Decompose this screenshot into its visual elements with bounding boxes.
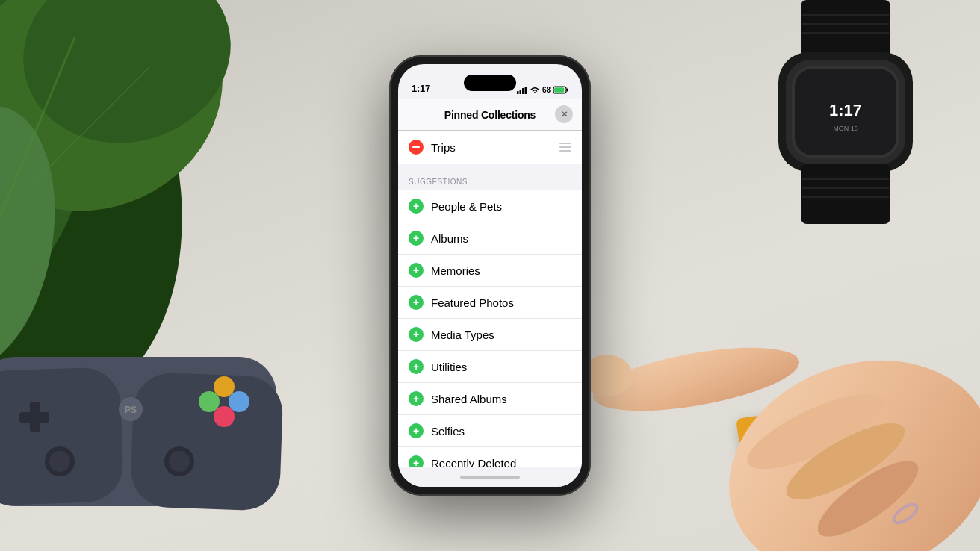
scroll-content[interactable]: Trips SUGGESTIONS People & Pets	[398, 131, 582, 467]
svg-point-11	[229, 391, 249, 412]
watch-decoration: 1:17 MON 15	[756, 0, 935, 224]
add-selfies-icon	[409, 423, 424, 438]
suggestion-recently-deleted[interactable]: Recently Deleted	[398, 447, 582, 467]
add-people-pets-icon	[409, 199, 424, 214]
svg-rect-22	[801, 0, 890, 60]
svg-rect-44	[519, 90, 521, 94]
status-time: 1:17	[412, 83, 430, 94]
suggestions-header: SUGGESTIONS	[398, 164, 582, 190]
suggestion-memories[interactable]: Memories	[398, 255, 582, 287]
svg-point-10	[214, 406, 235, 427]
hand-overlay	[562, 230, 980, 551]
trips-row[interactable]: Trips	[398, 131, 582, 164]
utilities-label: Utilities	[431, 361, 467, 373]
add-media-types-icon	[409, 327, 424, 342]
svg-point-12	[199, 391, 220, 412]
controller-decoration: PS	[0, 312, 291, 536]
modal-container: Pinned Collections ✕ Trips	[398, 99, 582, 487]
iphone-screen: 1:17 68	[398, 64, 582, 487]
svg-point-17	[49, 451, 70, 472]
dynamic-island	[464, 75, 516, 91]
add-shared-albums-icon	[409, 391, 424, 406]
add-albums-icon	[409, 231, 424, 246]
pinned-list: Trips	[398, 131, 582, 164]
trips-label: Trips	[431, 141, 559, 154]
battery-icon	[553, 86, 568, 94]
suggestion-selfies[interactable]: Selfies	[398, 415, 582, 447]
suggestion-people-pets[interactable]: People & Pets	[398, 190, 582, 222]
suggestion-featured-photos[interactable]: Featured Photos	[398, 287, 582, 319]
svg-rect-8	[0, 367, 124, 506]
svg-rect-46	[524, 87, 527, 94]
svg-point-13	[214, 376, 235, 397]
close-button[interactable]: ✕	[555, 105, 573, 123]
status-icons: 68	[517, 86, 568, 94]
home-indicator	[398, 467, 582, 487]
wifi-icon	[530, 87, 539, 94]
recently-deleted-label: Recently Deleted	[431, 457, 516, 468]
memories-label: Memories	[431, 264, 480, 277]
svg-text:MON 15: MON 15	[833, 125, 858, 132]
battery-percent: 68	[542, 86, 551, 94]
add-featured-photos-icon	[409, 295, 424, 310]
remove-trips-button[interactable]	[409, 140, 424, 155]
suggestion-albums[interactable]: Albums	[398, 222, 582, 255]
albums-label: Albums	[431, 232, 468, 245]
svg-rect-45	[522, 88, 524, 94]
svg-text:1:17: 1:17	[829, 101, 862, 119]
svg-point-19	[169, 451, 190, 472]
selfies-label: Selfies	[431, 425, 465, 438]
media-types-label: Media Types	[431, 329, 494, 341]
iphone-frame: 1:17 68	[389, 55, 591, 496]
svg-rect-43	[517, 91, 519, 94]
add-memories-icon	[409, 263, 424, 278]
signal-icon	[517, 87, 527, 94]
people-pets-label: People & Pets	[431, 200, 502, 213]
modal-header: Pinned Collections ✕	[398, 99, 582, 131]
drag-handle[interactable]	[559, 143, 571, 152]
suggestion-utilities[interactable]: Utilities	[398, 351, 582, 383]
svg-rect-15	[19, 412, 49, 423]
add-utilities-icon	[409, 359, 424, 374]
home-bar	[460, 476, 520, 479]
suggestion-list: People & Pets Albums Memories Featured P…	[398, 190, 582, 467]
add-recently-deleted-icon	[409, 455, 424, 467]
svg-text:PS: PS	[125, 405, 137, 415]
suggestion-media-types[interactable]: Media Types	[398, 319, 582, 351]
svg-rect-48	[567, 89, 568, 92]
suggestion-shared-albums[interactable]: Shared Albums	[398, 383, 582, 415]
svg-rect-49	[554, 87, 564, 93]
featured-photos-label: Featured Photos	[431, 296, 514, 309]
modal-title: Pinned Collections	[444, 109, 536, 121]
shared-albums-label: Shared Albums	[431, 393, 507, 405]
svg-rect-29	[801, 164, 890, 224]
